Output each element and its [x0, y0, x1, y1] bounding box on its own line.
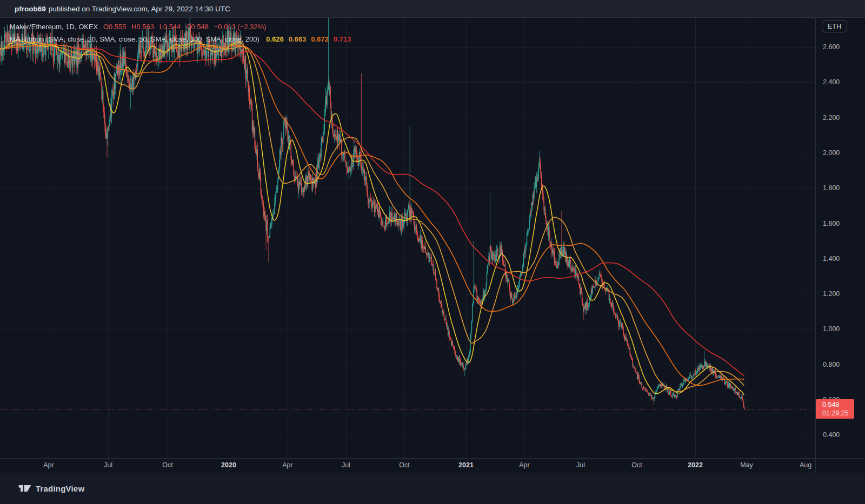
time-axis-label: 2020 [221, 461, 236, 469]
price-axis-label: 0.800 [823, 361, 840, 368]
indicator-value: 0.626 [266, 35, 284, 43]
price-axis-label: 1.200 [823, 290, 840, 298]
symbol-legend-row[interactable]: Maker/Ethereum, 1D, OKEX O0.555 H0.563 L… [10, 21, 351, 33]
indicator-value: 0.663 [289, 35, 307, 43]
last-price-value: 0.548 [822, 400, 854, 409]
price-axis-label: 2.200 [823, 114, 840, 122]
close-label: C0.548 [186, 23, 209, 31]
footer-bar: TradingView [0, 473, 865, 504]
last-price-label: 0.548 01:29:25 [816, 399, 854, 419]
indicator-values: 0.6260.6630.6720.713 [261, 35, 351, 43]
time-axis-label: Oct [162, 461, 172, 469]
symbol-title: Maker/Ethereum, 1D, OKEX [10, 23, 98, 31]
price-axis[interactable]: ETH 2.6002.4002.2002.0001.8001.6001.4001… [816, 18, 865, 458]
price-axis-label: 2.600 [823, 43, 840, 51]
price-axis-label: 1.600 [823, 220, 840, 227]
chart-area: Maker/Ethereum, 1D, OKEX O0.555 H0.563 L… [0, 18, 865, 473]
low-label: L0.544 [159, 23, 181, 31]
price-axis-label: 1.800 [823, 184, 840, 192]
indicator-legend-row[interactable]: MA Ribbon (SMA, close, 20, SMA, close, 5… [10, 33, 351, 45]
time-axis-label: Apr [519, 461, 529, 469]
price-axis-label: 2.000 [823, 149, 840, 157]
tradingview-brand-text: TradingView [36, 484, 84, 493]
publisher-username: pfroob69 [15, 5, 46, 13]
change-label: −0.013 (−2.32%) [214, 23, 267, 31]
bar-countdown: 01:29:25 [822, 409, 854, 418]
time-axis-label: Apr [43, 461, 54, 469]
open-label: O0.555 [103, 23, 127, 31]
high-label: H0.563 [131, 23, 154, 31]
time-axis-label: Oct [631, 461, 642, 469]
time-axis-label: Jul [342, 461, 350, 469]
time-axis-label: May [740, 461, 753, 469]
chart-legend: Maker/Ethereum, 1D, OKEX O0.555 H0.563 L… [10, 21, 351, 45]
price-axis-label: 1.400 [823, 255, 840, 263]
time-axis-label: 2021 [458, 461, 474, 469]
tradingview-logo-icon [18, 483, 31, 494]
currency-unit-badge[interactable]: ETH [822, 21, 847, 32]
time-axis-label: Aug [800, 461, 811, 469]
indicator-value: 0.713 [334, 35, 351, 43]
tradingview-brand-link[interactable]: TradingView [18, 483, 84, 494]
price-axis-label: 0.400 [823, 431, 840, 439]
time-axis-label: Jul [576, 461, 585, 469]
publish-info-text: published on TradingView.com, Apr 29, 20… [49, 5, 230, 13]
price-axis-label: 2.400 [823, 78, 840, 86]
publish-bar: pfroob69 published on TradingView.com, A… [0, 0, 865, 18]
time-axis[interactable]: AprJulOct2020AprJulOct2021AprJulOct2022M… [0, 459, 815, 473]
indicator-name: MA Ribbon (SMA, close, 20, SMA, close, 5… [10, 35, 260, 43]
time-axis-label: 2022 [688, 461, 703, 469]
time-axis-label: Apr [282, 461, 292, 469]
price-chart-canvas[interactable] [0, 18, 815, 458]
time-axis-label: Jul [104, 461, 112, 469]
price-axis-label: 1.000 [823, 325, 840, 333]
time-axis-label: Oct [399, 461, 409, 469]
indicator-value: 0.672 [311, 35, 329, 43]
